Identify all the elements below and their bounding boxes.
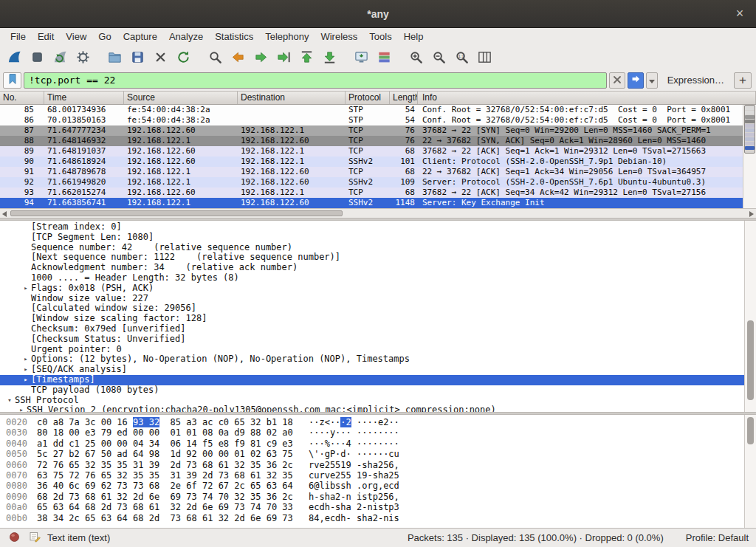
expander-icon[interactable]: ▸ xyxy=(21,375,31,385)
detail-line[interactable]: TCP payload (1080 bytes) xyxy=(0,385,744,396)
resize-columns-button[interactable] xyxy=(473,46,496,68)
detail-line[interactable]: Urgent pointer: 0 xyxy=(0,345,744,355)
packet-row[interactable]: 9071.648618924192.168.122.60192.168.122.… xyxy=(0,156,743,167)
detail-line[interactable]: Acknowledgment number: 34 (relative ack … xyxy=(0,263,744,273)
column-header-protocol[interactable]: Protocol xyxy=(346,92,390,104)
detail-line[interactable]: ▸SSH Version 2 (encryption:chacha20-poly… xyxy=(0,405,744,412)
go-to-packet-button[interactable] xyxy=(272,46,295,68)
column-header-time[interactable]: Time xyxy=(44,92,124,104)
zoom-in-button[interactable] xyxy=(405,46,427,68)
go-last-button[interactable] xyxy=(318,46,341,68)
detail-line[interactable]: [TCP Segment Len: 1080] xyxy=(0,233,744,243)
detail-line[interactable]: [Calculated window size: 29056] xyxy=(0,303,744,314)
filter-clear-button[interactable] xyxy=(609,72,625,89)
hscrollbar-thumb[interactable] xyxy=(10,210,343,216)
hex-row[interactable]: 007063 75 72 76 65 32 35 35 31 39 2d 73 … xyxy=(0,470,744,481)
display-filter-input[interactable] xyxy=(24,72,607,89)
menu-item-wireless[interactable]: Wireless xyxy=(315,30,363,44)
menu-item-edit[interactable]: Edit xyxy=(32,30,60,44)
column-header-length[interactable]: Length xyxy=(390,92,418,104)
packet-row[interactable]: 9471.663856741192.168.122.1192.168.122.6… xyxy=(0,198,743,208)
scroll-left-icon[interactable] xyxy=(0,210,9,218)
menu-item-tools[interactable]: Tools xyxy=(363,30,397,44)
packet-row[interactable]: 8771.647777234192.168.122.60192.168.122.… xyxy=(0,125,743,136)
expander-icon[interactable]: ▸ xyxy=(21,365,31,375)
filter-history-dropdown[interactable] xyxy=(646,72,658,89)
expression-button[interactable]: Expression… xyxy=(660,75,732,86)
scrollbar-thumb[interactable] xyxy=(744,105,755,154)
packet-row[interactable]: 8971.648191037192.168.122.60192.168.122.… xyxy=(0,146,743,156)
hex-row[interactable]: 006072 76 65 32 35 35 31 39 2d 73 68 61 … xyxy=(0,460,744,470)
detail-line[interactable]: [Window size scaling factor: 128] xyxy=(0,314,744,324)
column-header-info[interactable]: Info xyxy=(418,92,756,104)
hex-scrollbar-thumb[interactable] xyxy=(747,417,754,444)
start-capture-button[interactable] xyxy=(3,46,26,68)
expander-icon[interactable]: ▸ xyxy=(21,283,31,294)
menu-item-capture[interactable]: Capture xyxy=(117,30,163,44)
hex-row[interactable]: 00505c 27 b2 67 50 ad 64 98 1d 92 00 00 … xyxy=(0,449,744,459)
close-file-button[interactable] xyxy=(149,46,172,68)
go-first-button[interactable] xyxy=(295,46,318,68)
restart-capture-button[interactable] xyxy=(49,46,72,68)
detail-line[interactable]: ▸Flags: 0x018 (PSH, ACK) xyxy=(0,283,744,294)
expander-icon[interactable]: ▸ xyxy=(21,354,31,365)
packet-row[interactable]: 8670.013850163fe:54:00:d4:38:2aSTP54Conf… xyxy=(0,115,743,125)
packet-row[interactable]: 8871.648146932192.168.122.1192.168.122.6… xyxy=(0,136,743,146)
menu-item-telephony[interactable]: Telephony xyxy=(259,30,315,44)
auto-scroll-button[interactable] xyxy=(350,46,373,68)
colorize-button[interactable] xyxy=(373,46,396,68)
detail-line[interactable]: [Stream index: 0] xyxy=(0,222,744,233)
packet-row[interactable]: 9171.648789678192.168.122.1192.168.122.6… xyxy=(0,167,743,177)
detail-line[interactable]: ▸[Timestamps] xyxy=(0,375,744,385)
packet-row[interactable]: 9371.662015274192.168.122.60192.168.122.… xyxy=(0,188,743,198)
hex-scrollbar[interactable] xyxy=(744,415,756,528)
filter-add-button[interactable]: + xyxy=(734,72,752,89)
hex-row[interactable]: 00a065 63 64 68 2d 73 68 61 32 2d 6e 69 … xyxy=(0,502,744,512)
detail-line[interactable]: Window size value: 227 xyxy=(0,294,744,304)
expander-icon[interactable]: ▸ xyxy=(16,405,27,412)
zoom-original-button[interactable]: 1:1 xyxy=(450,46,473,68)
filter-bookmark-button[interactable] xyxy=(3,72,21,89)
expander-icon[interactable]: ▾ xyxy=(4,396,15,406)
open-file-button[interactable] xyxy=(103,46,126,68)
hex-row[interactable]: 0020c0 a8 7a 3c 00 16 93 32 85 a3 ac c0 … xyxy=(0,417,744,427)
save-file-button[interactable] xyxy=(126,46,149,68)
menu-item-view[interactable]: View xyxy=(60,30,92,44)
packet-list-hscrollbar[interactable] xyxy=(0,208,756,218)
detail-line[interactable]: [Checksum Status: Unverified] xyxy=(0,334,744,345)
menu-item-go[interactable]: Go xyxy=(92,30,117,44)
detail-line[interactable]: ▸[SEQ/ACK analysis] xyxy=(0,365,744,375)
zoom-out-button[interactable] xyxy=(427,46,450,68)
detail-line[interactable]: ▸Options: (12 bytes), No-Operation (NOP)… xyxy=(0,354,744,365)
capture-options-button[interactable] xyxy=(72,46,94,68)
detail-line[interactable]: Sequence number: 42 (relative sequence n… xyxy=(0,243,744,253)
go-back-button[interactable] xyxy=(227,46,250,68)
hex-row[interactable]: 009068 2d 73 68 61 32 2d 6e 69 73 74 70 … xyxy=(0,492,744,502)
packet-row[interactable]: 9271.661949820192.168.122.1192.168.122.6… xyxy=(0,177,743,188)
go-forward-button[interactable] xyxy=(250,46,272,68)
menu-item-help[interactable]: Help xyxy=(398,30,430,44)
menu-item-file[interactable]: File xyxy=(4,30,32,44)
hex-row[interactable]: 0040a1 dd c1 25 00 00 04 34 06 14 f5 e8 … xyxy=(0,438,744,449)
column-header-source[interactable]: Source xyxy=(124,92,238,104)
menu-item-statistics[interactable]: Statistics xyxy=(209,30,259,44)
packet-list-scrollbar[interactable] xyxy=(743,105,756,208)
detail-line[interactable]: ▾SSH Protocol xyxy=(0,396,744,406)
hex-row[interactable]: 00b038 34 2c 65 63 64 68 2d 73 68 61 32 … xyxy=(0,513,744,523)
hex-row[interactable]: 003080 18 00 e3 79 ed 00 00 01 01 08 0a … xyxy=(0,427,744,438)
capture-comment-button[interactable] xyxy=(27,531,41,545)
column-header-destination[interactable]: Destination xyxy=(238,92,346,104)
hex-row[interactable]: 008036 40 6c 69 62 73 73 68 2e 6f 72 67 … xyxy=(0,481,744,491)
status-profile[interactable]: Profile: Default xyxy=(686,532,749,543)
scroll-right-icon[interactable] xyxy=(747,210,756,218)
packet-row[interactable]: 8568.001734936fe:54:00:d4:38:2aSTP54Conf… xyxy=(0,105,743,115)
reload-file-button[interactable] xyxy=(172,46,195,68)
detail-line[interactable]: 1000 .... = Header Length: 32 bytes (8) xyxy=(0,273,744,283)
detail-line[interactable]: Checksum: 0x79ed [unverified] xyxy=(0,324,744,334)
detail-scrollbar-thumb[interactable] xyxy=(747,320,754,401)
detail-scrollbar[interactable] xyxy=(744,221,756,412)
detail-line[interactable]: [Next sequence number: 1122 (relative se… xyxy=(0,252,744,263)
menu-item-analyze[interactable]: Analyze xyxy=(163,30,209,44)
close-button[interactable]: × xyxy=(731,5,749,23)
stop-capture-button[interactable] xyxy=(26,46,49,68)
